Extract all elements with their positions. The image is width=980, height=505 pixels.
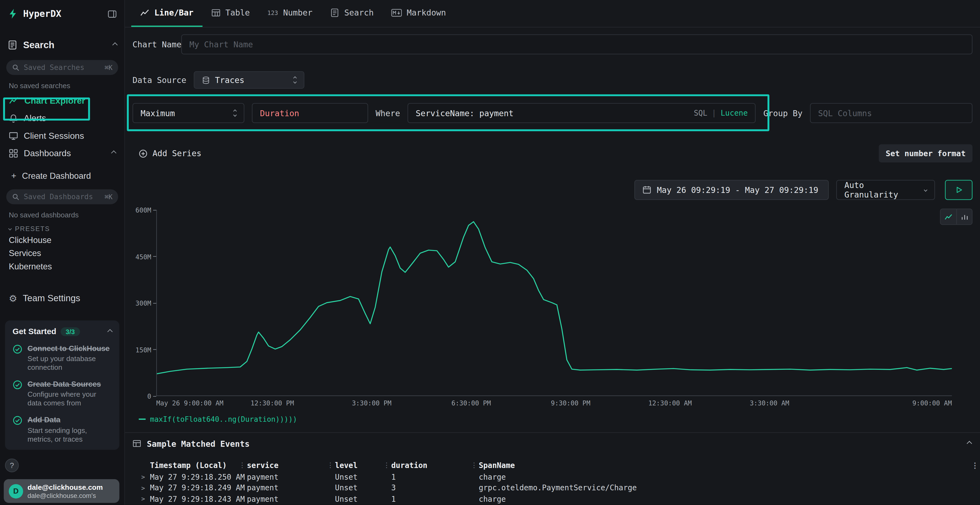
chart-controls: May 26 09:29:19 - May 27 09:29:19 Auto G… [125, 180, 980, 200]
chart-name-label: Chart Name [132, 40, 181, 49]
check-circle-icon [13, 344, 22, 372]
magnifier-icon [12, 64, 20, 71]
where-input[interactable]: ServiceName: payment SQL | Lucene [407, 103, 756, 123]
lucene-mode-toggle[interactable]: Lucene [721, 108, 748, 117]
presets-header[interactable]: PRESETS [9, 225, 116, 233]
table-row[interactable]: > May 27 9:29:18.243 AM payment Unset 1 … [125, 494, 980, 505]
chart-form: Chart Name My Chart Name Data Source Tra… [125, 34, 980, 162]
chart-legend: maxIf(toFloat640..ng(Duration))))) [139, 414, 980, 423]
where-label: Where [375, 108, 400, 118]
field-input[interactable]: Duration [252, 103, 368, 123]
events-table-body: > May 27 9:29:18.250 AM payment Unset 1 … [125, 472, 980, 505]
get-started-item[interactable]: Add Data Start sending logs, metrics, or… [13, 416, 112, 443]
tab-search[interactable]: Search [321, 0, 382, 27]
chart-panel: 0150M300M450M600M May 26 9:00:00 AM12:30… [125, 210, 980, 423]
caret-up-icon[interactable] [111, 151, 116, 156]
column-menu-icon[interactable]: ⋮ [383, 462, 390, 470]
get-started-item[interactable]: Connect to ClickHouse Set up your databa… [13, 344, 112, 372]
cell-service: payment [247, 495, 335, 503]
mode-divider: | [712, 108, 716, 117]
sidebar-item-chart-explorer[interactable]: Chart Explorer [0, 92, 124, 109]
set-number-format-button[interactable]: Set number format [879, 144, 972, 162]
column-menu-icon[interactable]: ⋮ [239, 462, 245, 470]
column-menu-icon[interactable]: ⋮ [471, 462, 477, 470]
sidebar-item-alerts[interactable]: Alerts [0, 110, 124, 127]
sidebar-item-team-settings[interactable]: ⚙ Team Settings [0, 289, 124, 306]
bar-chart-icon [960, 213, 969, 221]
saved-searches-input[interactable]: Saved Searches ⌘K [6, 60, 118, 75]
cell-duration: 3 [391, 484, 479, 492]
saved-dashboards-input[interactable]: Saved Dashboards ⌘K [6, 189, 118, 204]
sidebar-section-search[interactable]: Search [0, 36, 124, 54]
col-header-service[interactable]: ⋮service [247, 461, 335, 470]
date-range-picker[interactable]: May 26 09:29:19 - May 27 09:29:19 [634, 180, 829, 200]
table-row[interactable]: > May 27 9:29:18.250 AM payment Unset 1 … [125, 472, 980, 483]
user-menu[interactable]: D dale@clickhouse.com dale@clickhouse.co… [4, 480, 119, 503]
table-icon [211, 8, 220, 17]
get-started-item[interactable]: Create Data Sources Configure where your… [13, 380, 112, 407]
tab-number[interactable]: 123 Number [259, 0, 321, 27]
sidebar-item-create-dashboard[interactable]: + Create Dashboard [0, 168, 124, 183]
data-source-value: Traces [215, 75, 245, 85]
group-by-input[interactable]: SQL Columns [810, 103, 972, 123]
tab-table[interactable]: Table [202, 0, 259, 27]
panel-collapse-icon[interactable] [108, 9, 117, 18]
granularity-value: Auto Granularity [845, 181, 918, 199]
table-row[interactable]: > May 27 9:29:18.249 AM payment Unset 3 … [125, 483, 980, 494]
get-started-badge: 3/3 [61, 327, 80, 336]
sidebar-item-label: Client Sessions [24, 130, 84, 141]
search-list-icon [330, 8, 339, 17]
main: Line/Bar Table 123 Number Search [125, 0, 980, 505]
sql-mode-toggle[interactable]: SQL [694, 108, 708, 117]
sidebar-item-clickhouse[interactable]: ClickHouse [0, 234, 124, 247]
caret-down-icon [8, 227, 12, 230]
data-source-select[interactable]: Traces [194, 71, 304, 89]
col-header-timestamp[interactable]: Timestamp (Local) [150, 461, 247, 470]
table-options-icon[interactable]: ⋮ [971, 461, 980, 470]
sidebar-item-services[interactable]: Services [0, 247, 124, 260]
chart-name-input[interactable]: My Chart Name [181, 34, 973, 54]
chart-svg [157, 210, 952, 395]
preset-label: Services [9, 249, 41, 258]
column-menu-icon[interactable]: ⋮ [327, 462, 334, 470]
cell-timestamp: May 27 9:29:18.243 AM [150, 495, 247, 503]
add-series-label: Add Series [153, 149, 202, 158]
caret-up-icon[interactable] [113, 42, 118, 47]
col-header-spanname[interactable]: ⋮SpanName [479, 461, 964, 470]
tab-label: Search [344, 8, 374, 17]
col-header-duration[interactable]: ⋮duration [391, 461, 479, 470]
plot-area[interactable] [156, 210, 952, 396]
sidebar-item-dashboards[interactable]: Dashboards [0, 144, 124, 162]
plus-circle-icon [139, 149, 148, 158]
caret-up-icon[interactable] [107, 329, 113, 334]
cell-duration: 1 [391, 473, 479, 481]
presets-label: PRESETS [15, 225, 50, 233]
x-axis: May 26 9:00:00 AM12:30:00 PM3:30:00 PM6:… [156, 396, 952, 410]
get-started-item-title: Add Data [27, 416, 112, 425]
row-expand-icon[interactable]: > [139, 484, 150, 491]
run-query-button[interactable] [945, 180, 972, 200]
user-email: dale@clickhouse.com [27, 483, 103, 491]
help-button[interactable]: ? [5, 459, 19, 473]
get-started-item-title: Connect to ClickHouse [27, 344, 112, 353]
bar-view-button[interactable] [956, 209, 972, 224]
line-view-button[interactable] [940, 209, 956, 224]
sidebar-item-kubernetes[interactable]: Kubernetes [0, 260, 124, 273]
tab-line-bar[interactable]: Line/Bar [131, 0, 202, 27]
chart-view-toggle [940, 209, 972, 225]
cell-spanname: charge [479, 495, 964, 503]
play-icon [955, 186, 963, 194]
row-expand-icon[interactable]: > [139, 474, 150, 481]
tab-markdown[interactable]: Markdown [382, 0, 455, 27]
add-series-button[interactable]: Add Series [132, 149, 202, 158]
preset-label: Kubernetes [9, 262, 52, 271]
aggregation-select[interactable]: Maximum [132, 103, 245, 123]
col-header-level[interactable]: ⋮level [335, 461, 391, 470]
cell-level: Unset [335, 473, 391, 481]
saved-dashboards-placeholder: Saved Dashboards [24, 192, 101, 201]
granularity-select[interactable]: Auto Granularity [836, 180, 935, 200]
app: HyperDX Search Saved Searches ⌘K No save… [0, 0, 980, 505]
collapse-panel-icon[interactable] [967, 441, 972, 446]
sidebar-item-client-sessions[interactable]: Client Sessions [0, 127, 124, 144]
row-expand-icon[interactable]: > [139, 495, 150, 502]
